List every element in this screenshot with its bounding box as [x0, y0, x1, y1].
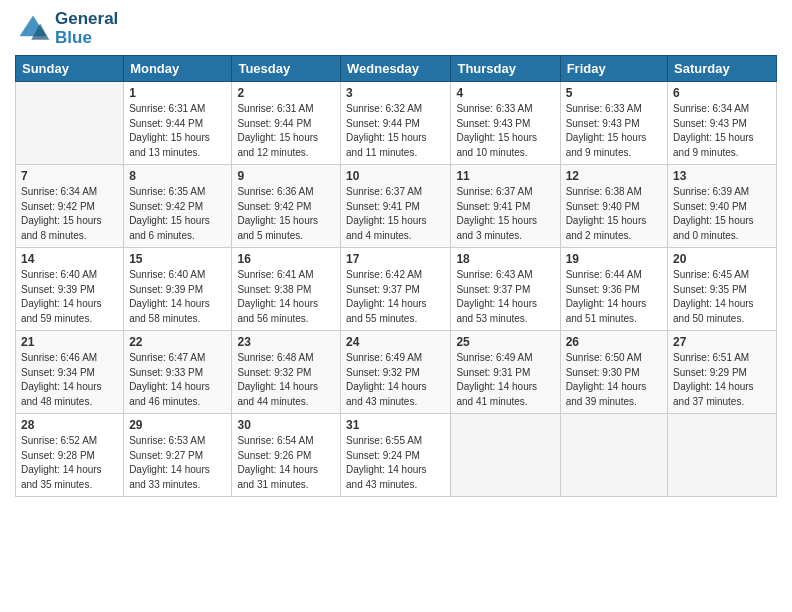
- day-number: 11: [456, 169, 554, 183]
- day-info: Sunrise: 6:55 AM Sunset: 9:24 PM Dayligh…: [346, 434, 445, 492]
- day-number: 10: [346, 169, 445, 183]
- day-cell: 3Sunrise: 6:32 AM Sunset: 9:44 PM Daylig…: [341, 82, 451, 165]
- day-info: Sunrise: 6:32 AM Sunset: 9:44 PM Dayligh…: [346, 102, 445, 160]
- day-cell: 13Sunrise: 6:39 AM Sunset: 9:40 PM Dayli…: [668, 165, 777, 248]
- day-info: Sunrise: 6:31 AM Sunset: 9:44 PM Dayligh…: [129, 102, 226, 160]
- day-cell: 5Sunrise: 6:33 AM Sunset: 9:43 PM Daylig…: [560, 82, 667, 165]
- day-info: Sunrise: 6:31 AM Sunset: 9:44 PM Dayligh…: [237, 102, 335, 160]
- day-info: Sunrise: 6:46 AM Sunset: 9:34 PM Dayligh…: [21, 351, 118, 409]
- day-info: Sunrise: 6:53 AM Sunset: 9:27 PM Dayligh…: [129, 434, 226, 492]
- calendar: SundayMondayTuesdayWednesdayThursdayFrid…: [15, 55, 777, 497]
- day-cell: 4Sunrise: 6:33 AM Sunset: 9:43 PM Daylig…: [451, 82, 560, 165]
- week-row-1: 1Sunrise: 6:31 AM Sunset: 9:44 PM Daylig…: [16, 82, 777, 165]
- weekday-header-monday: Monday: [124, 56, 232, 82]
- day-cell: 16Sunrise: 6:41 AM Sunset: 9:38 PM Dayli…: [232, 248, 341, 331]
- day-number: 19: [566, 252, 662, 266]
- day-info: Sunrise: 6:34 AM Sunset: 9:42 PM Dayligh…: [21, 185, 118, 243]
- day-number: 5: [566, 86, 662, 100]
- day-number: 15: [129, 252, 226, 266]
- weekday-header-tuesday: Tuesday: [232, 56, 341, 82]
- day-info: Sunrise: 6:52 AM Sunset: 9:28 PM Dayligh…: [21, 434, 118, 492]
- day-info: Sunrise: 6:33 AM Sunset: 9:43 PM Dayligh…: [456, 102, 554, 160]
- day-info: Sunrise: 6:49 AM Sunset: 9:31 PM Dayligh…: [456, 351, 554, 409]
- day-number: 30: [237, 418, 335, 432]
- day-info: Sunrise: 6:43 AM Sunset: 9:37 PM Dayligh…: [456, 268, 554, 326]
- day-cell: 24Sunrise: 6:49 AM Sunset: 9:32 PM Dayli…: [341, 331, 451, 414]
- day-cell: 11Sunrise: 6:37 AM Sunset: 9:41 PM Dayli…: [451, 165, 560, 248]
- day-number: 18: [456, 252, 554, 266]
- day-cell: 10Sunrise: 6:37 AM Sunset: 9:41 PM Dayli…: [341, 165, 451, 248]
- day-cell: 23Sunrise: 6:48 AM Sunset: 9:32 PM Dayli…: [232, 331, 341, 414]
- day-cell: 2Sunrise: 6:31 AM Sunset: 9:44 PM Daylig…: [232, 82, 341, 165]
- day-number: 20: [673, 252, 771, 266]
- day-cell: 20Sunrise: 6:45 AM Sunset: 9:35 PM Dayli…: [668, 248, 777, 331]
- day-info: Sunrise: 6:47 AM Sunset: 9:33 PM Dayligh…: [129, 351, 226, 409]
- day-number: 27: [673, 335, 771, 349]
- day-number: 22: [129, 335, 226, 349]
- day-info: Sunrise: 6:36 AM Sunset: 9:42 PM Dayligh…: [237, 185, 335, 243]
- day-number: 7: [21, 169, 118, 183]
- day-info: Sunrise: 6:35 AM Sunset: 9:42 PM Dayligh…: [129, 185, 226, 243]
- day-info: Sunrise: 6:37 AM Sunset: 9:41 PM Dayligh…: [346, 185, 445, 243]
- day-cell: 29Sunrise: 6:53 AM Sunset: 9:27 PM Dayli…: [124, 414, 232, 497]
- header: General Blue: [15, 10, 777, 47]
- day-number: 13: [673, 169, 771, 183]
- week-row-5: 28Sunrise: 6:52 AM Sunset: 9:28 PM Dayli…: [16, 414, 777, 497]
- day-cell: 6Sunrise: 6:34 AM Sunset: 9:43 PM Daylig…: [668, 82, 777, 165]
- day-info: Sunrise: 6:42 AM Sunset: 9:37 PM Dayligh…: [346, 268, 445, 326]
- day-number: 3: [346, 86, 445, 100]
- day-cell: 17Sunrise: 6:42 AM Sunset: 9:37 PM Dayli…: [341, 248, 451, 331]
- day-info: Sunrise: 6:50 AM Sunset: 9:30 PM Dayligh…: [566, 351, 662, 409]
- week-row-4: 21Sunrise: 6:46 AM Sunset: 9:34 PM Dayli…: [16, 331, 777, 414]
- day-cell: 30Sunrise: 6:54 AM Sunset: 9:26 PM Dayli…: [232, 414, 341, 497]
- logo-icon: [15, 11, 51, 47]
- day-info: Sunrise: 6:33 AM Sunset: 9:43 PM Dayligh…: [566, 102, 662, 160]
- day-number: 1: [129, 86, 226, 100]
- day-cell: 26Sunrise: 6:50 AM Sunset: 9:30 PM Dayli…: [560, 331, 667, 414]
- day-cell: 15Sunrise: 6:40 AM Sunset: 9:39 PM Dayli…: [124, 248, 232, 331]
- day-info: Sunrise: 6:44 AM Sunset: 9:36 PM Dayligh…: [566, 268, 662, 326]
- day-number: 14: [21, 252, 118, 266]
- day-info: Sunrise: 6:54 AM Sunset: 9:26 PM Dayligh…: [237, 434, 335, 492]
- day-number: 8: [129, 169, 226, 183]
- day-cell: 8Sunrise: 6:35 AM Sunset: 9:42 PM Daylig…: [124, 165, 232, 248]
- weekday-header-wednesday: Wednesday: [341, 56, 451, 82]
- day-cell: 22Sunrise: 6:47 AM Sunset: 9:33 PM Dayli…: [124, 331, 232, 414]
- day-cell: 7Sunrise: 6:34 AM Sunset: 9:42 PM Daylig…: [16, 165, 124, 248]
- day-number: 28: [21, 418, 118, 432]
- day-number: 2: [237, 86, 335, 100]
- day-number: 26: [566, 335, 662, 349]
- day-cell: 19Sunrise: 6:44 AM Sunset: 9:36 PM Dayli…: [560, 248, 667, 331]
- day-number: 29: [129, 418, 226, 432]
- day-cell: 14Sunrise: 6:40 AM Sunset: 9:39 PM Dayli…: [16, 248, 124, 331]
- day-info: Sunrise: 6:48 AM Sunset: 9:32 PM Dayligh…: [237, 351, 335, 409]
- day-cell: 27Sunrise: 6:51 AM Sunset: 9:29 PM Dayli…: [668, 331, 777, 414]
- day-cell: [16, 82, 124, 165]
- logo: General Blue: [15, 10, 118, 47]
- day-cell: [668, 414, 777, 497]
- day-number: 31: [346, 418, 445, 432]
- day-info: Sunrise: 6:45 AM Sunset: 9:35 PM Dayligh…: [673, 268, 771, 326]
- day-cell: 9Sunrise: 6:36 AM Sunset: 9:42 PM Daylig…: [232, 165, 341, 248]
- day-info: Sunrise: 6:34 AM Sunset: 9:43 PM Dayligh…: [673, 102, 771, 160]
- day-number: 24: [346, 335, 445, 349]
- weekday-header-saturday: Saturday: [668, 56, 777, 82]
- day-cell: 31Sunrise: 6:55 AM Sunset: 9:24 PM Dayli…: [341, 414, 451, 497]
- day-number: 21: [21, 335, 118, 349]
- day-info: Sunrise: 6:40 AM Sunset: 9:39 PM Dayligh…: [21, 268, 118, 326]
- day-cell: 1Sunrise: 6:31 AM Sunset: 9:44 PM Daylig…: [124, 82, 232, 165]
- page: General Blue SundayMondayTuesdayWednesda…: [0, 0, 792, 612]
- day-number: 25: [456, 335, 554, 349]
- day-info: Sunrise: 6:49 AM Sunset: 9:32 PM Dayligh…: [346, 351, 445, 409]
- weekday-header-row: SundayMondayTuesdayWednesdayThursdayFrid…: [16, 56, 777, 82]
- day-number: 23: [237, 335, 335, 349]
- day-cell: 21Sunrise: 6:46 AM Sunset: 9:34 PM Dayli…: [16, 331, 124, 414]
- day-info: Sunrise: 6:37 AM Sunset: 9:41 PM Dayligh…: [456, 185, 554, 243]
- weekday-header-sunday: Sunday: [16, 56, 124, 82]
- day-number: 17: [346, 252, 445, 266]
- day-number: 4: [456, 86, 554, 100]
- day-number: 9: [237, 169, 335, 183]
- week-row-2: 7Sunrise: 6:34 AM Sunset: 9:42 PM Daylig…: [16, 165, 777, 248]
- day-number: 12: [566, 169, 662, 183]
- day-info: Sunrise: 6:39 AM Sunset: 9:40 PM Dayligh…: [673, 185, 771, 243]
